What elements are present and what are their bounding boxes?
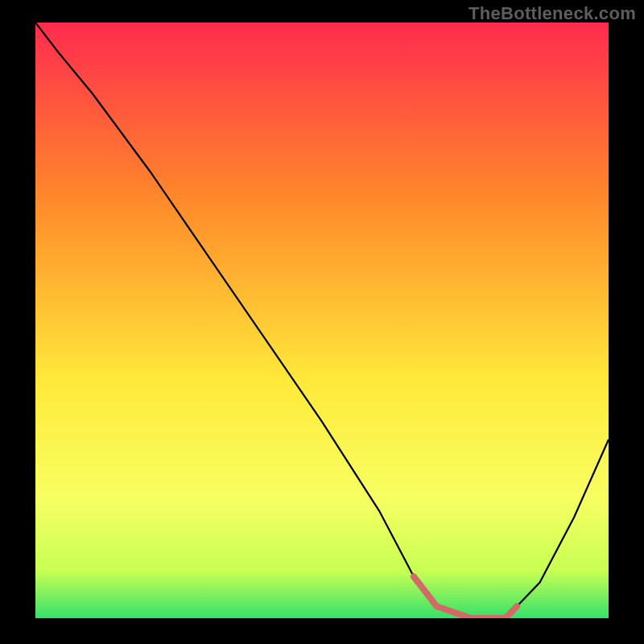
bottleneck-chart	[35, 23, 609, 618]
watermark-text: TheBottleneck.com	[469, 3, 636, 24]
chart-frame: TheBottleneck.com	[0, 0, 644, 644]
plot-background	[35, 23, 609, 618]
